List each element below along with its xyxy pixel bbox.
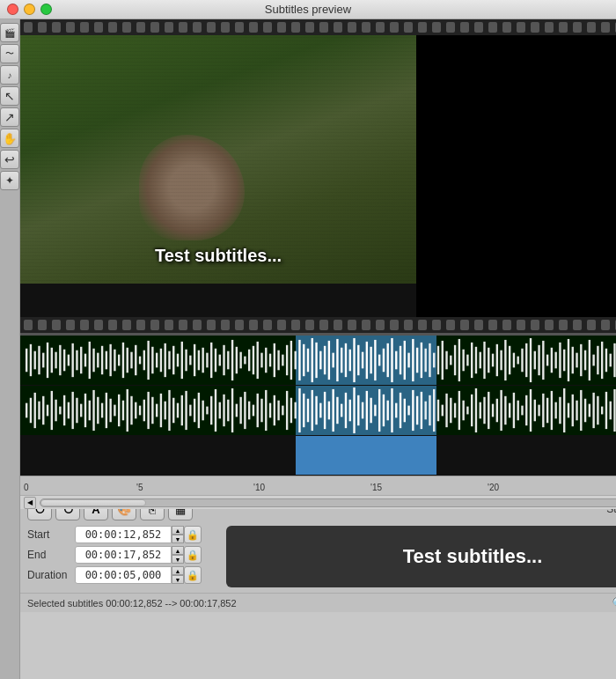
svg-rect-80: [362, 352, 363, 369]
film-hole: [517, 22, 525, 33]
film-hole: [94, 22, 103, 33]
scrollbar-track[interactable]: [40, 498, 616, 507]
svg-rect-260: [421, 392, 422, 429]
svg-rect-59: [274, 343, 275, 377]
film-hole: [193, 320, 202, 330]
film-hole: [249, 320, 258, 330]
svg-rect-190: [127, 389, 128, 432]
svg-rect-106: [471, 343, 473, 378]
film-hole: [94, 320, 103, 330]
hand-tool-button[interactable]: ✋: [0, 129, 19, 148]
svg-rect-218: [244, 392, 246, 429]
undo-tool-button[interactable]: ↩: [0, 150, 19, 169]
start-lock-button[interactable]: 🔒: [184, 526, 202, 543]
svg-rect-20: [109, 344, 111, 376]
svg-rect-206: [194, 399, 195, 423]
svg-rect-184: [101, 403, 103, 418]
waveform-track-1[interactable]: [20, 336, 616, 386]
end-spinner-up[interactable]: ▲: [172, 546, 184, 555]
svg-rect-288: [538, 405, 539, 417]
start-spinner-down[interactable]: ▼: [172, 535, 184, 543]
film-hole: [66, 22, 75, 33]
duration-spinner-down[interactable]: ▼: [172, 575, 184, 584]
film-hole: [573, 22, 582, 33]
svg-rect-291: [551, 391, 553, 430]
end-time-row: End ▲ ▼ 🔒: [27, 546, 212, 564]
end-spinner-down[interactable]: ▼: [172, 555, 184, 564]
zoom-out-icon[interactable]: 🔍: [612, 596, 616, 610]
start-spinner-up[interactable]: ▲: [172, 526, 184, 535]
svg-rect-132: [580, 344, 582, 376]
waveform-track-3[interactable]: [20, 436, 616, 476]
timeline-scrollbar[interactable]: ◀ ▶: [20, 495, 616, 509]
waveform-tool-button[interactable]: 〜: [0, 44, 19, 63]
svg-rect-302: [597, 396, 598, 424]
film-hole: [319, 320, 328, 330]
svg-rect-113: [500, 351, 502, 371]
svg-rect-257: [407, 406, 409, 416]
svg-rect-304: [605, 392, 607, 429]
waveform-track-2[interactable]: [20, 386, 616, 436]
film-hole: [165, 320, 173, 330]
start-time-input[interactable]: [75, 526, 172, 543]
star-tool-button[interactable]: ✦: [0, 171, 19, 190]
waveform-section[interactable]: 0 '5 '10 '15 '20 ◀ ▶: [20, 333, 616, 491]
svg-rect-27: [139, 357, 141, 365]
timeline-ruler[interactable]: 0 '5 '10 '15 '20: [20, 476, 616, 495]
film-hole: [418, 22, 427, 33]
svg-rect-167: [30, 398, 32, 423]
svg-rect-299: [584, 399, 586, 423]
svg-rect-9: [63, 350, 65, 372]
svg-rect-115: [509, 346, 510, 374]
duration-lock-button[interactable]: 🔒: [184, 566, 202, 584]
close-button[interactable]: [7, 4, 18, 15]
svg-rect-119: [525, 343, 527, 377]
svg-rect-94: [421, 343, 422, 378]
svg-rect-8: [59, 345, 61, 375]
scrollbar-thumb[interactable]: [40, 499, 146, 506]
svg-rect-109: [483, 342, 485, 379]
svg-rect-55: [257, 342, 259, 379]
duration-spinner-up[interactable]: ▲: [172, 566, 184, 575]
svg-rect-176: [68, 402, 70, 419]
cursor-tool-button[interactable]: ↗: [0, 107, 19, 127]
svg-rect-100: [445, 351, 447, 370]
svg-rect-220: [253, 405, 254, 417]
video-area[interactable]: Test subtitles...: [20, 35, 616, 317]
film-hole: [573, 320, 582, 330]
film-hole: [305, 22, 314, 33]
speaker-tool-button[interactable]: ♪: [0, 65, 19, 85]
svg-rect-178: [76, 398, 77, 423]
svg-rect-0: [26, 349, 27, 373]
minimize-button[interactable]: [24, 4, 35, 15]
svg-rect-204: [185, 391, 187, 430]
film-hole: [108, 22, 117, 33]
svg-rect-28: [143, 351, 145, 371]
start-label: Start: [27, 528, 71, 541]
ruler-mark-10: '10: [253, 483, 265, 492]
film-holes-bottom: [20, 318, 616, 332]
svg-rect-189: [122, 401, 124, 421]
pointer-tool-button[interactable]: ↖: [0, 86, 19, 106]
window-controls: [7, 4, 52, 15]
end-lock-button[interactable]: 🔒: [184, 546, 202, 564]
end-time-input[interactable]: [75, 546, 172, 564]
duration-time-input[interactable]: [75, 566, 172, 584]
scroll-left-arrow[interactable]: ◀: [24, 497, 36, 509]
svg-rect-26: [135, 345, 136, 375]
time-fields-row: Start ▲ ▼ 🔒 End: [27, 526, 616, 587]
svg-rect-117: [517, 357, 519, 365]
svg-rect-78: [353, 338, 355, 382]
film-hole: [263, 22, 272, 33]
film-tool-button[interactable]: 🎬: [0, 23, 19, 42]
film-holes-top: [20, 20, 616, 34]
svg-rect-175: [63, 395, 65, 425]
svg-rect-262: [429, 395, 430, 425]
svg-rect-97: [433, 353, 435, 368]
svg-rect-235: [315, 396, 317, 424]
maximize-button[interactable]: [40, 4, 52, 15]
film-hole: [334, 22, 342, 33]
svg-rect-183: [97, 397, 99, 424]
svg-rect-118: [521, 349, 523, 373]
svg-rect-248: [370, 398, 371, 423]
